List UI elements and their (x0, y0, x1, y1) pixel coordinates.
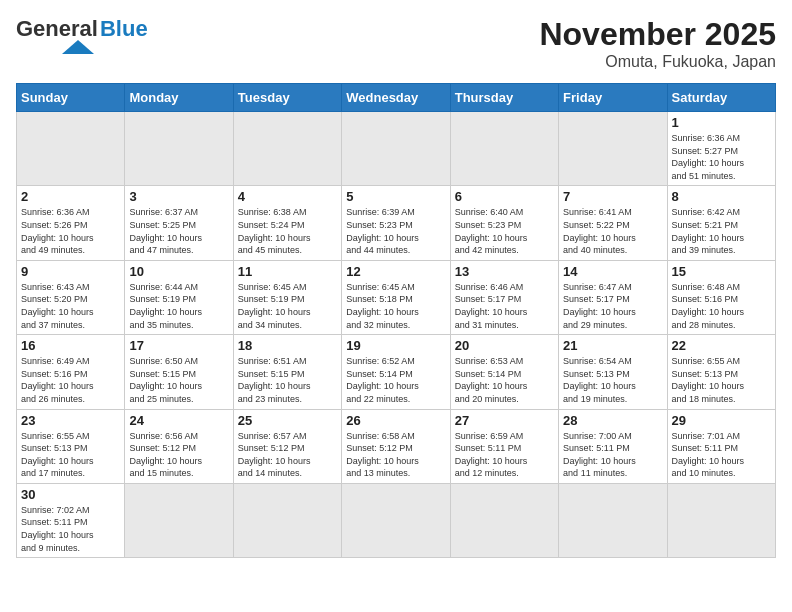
calendar-day: 2Sunrise: 6:36 AM Sunset: 5:26 PM Daylig… (17, 186, 125, 260)
day-number: 10 (129, 264, 228, 279)
title-block: November 2025 Omuta, Fukuoka, Japan (539, 16, 776, 71)
calendar-day: 10Sunrise: 6:44 AM Sunset: 5:19 PM Dayli… (125, 260, 233, 334)
day-info: Sunrise: 6:40 AM Sunset: 5:23 PM Dayligh… (455, 206, 554, 256)
day-number: 26 (346, 413, 445, 428)
day-info: Sunrise: 6:49 AM Sunset: 5:16 PM Dayligh… (21, 355, 120, 405)
day-info: Sunrise: 6:55 AM Sunset: 5:13 PM Dayligh… (672, 355, 771, 405)
day-number: 30 (21, 487, 120, 502)
day-number: 9 (21, 264, 120, 279)
day-header-friday: Friday (559, 84, 667, 112)
calendar-day: 28Sunrise: 7:00 AM Sunset: 5:11 PM Dayli… (559, 409, 667, 483)
day-number: 21 (563, 338, 662, 353)
day-info: Sunrise: 6:55 AM Sunset: 5:13 PM Dayligh… (21, 430, 120, 480)
calendar-day (342, 483, 450, 557)
day-number: 22 (672, 338, 771, 353)
day-number: 17 (129, 338, 228, 353)
calendar-day (667, 483, 775, 557)
calendar-day: 21Sunrise: 6:54 AM Sunset: 5:13 PM Dayli… (559, 335, 667, 409)
day-header-tuesday: Tuesday (233, 84, 341, 112)
page-subtitle: Omuta, Fukuoka, Japan (539, 53, 776, 71)
logo-icon: General Blue (16, 16, 148, 42)
calendar-day: 12Sunrise: 6:45 AM Sunset: 5:18 PM Dayli… (342, 260, 450, 334)
calendar-day: 17Sunrise: 6:50 AM Sunset: 5:15 PM Dayli… (125, 335, 233, 409)
calendar-table: SundayMondayTuesdayWednesdayThursdayFrid… (16, 83, 776, 558)
day-number: 11 (238, 264, 337, 279)
logo-triangle-icon (26, 40, 106, 60)
calendar-day: 25Sunrise: 6:57 AM Sunset: 5:12 PM Dayli… (233, 409, 341, 483)
day-number: 5 (346, 189, 445, 204)
calendar-header: SundayMondayTuesdayWednesdayThursdayFrid… (17, 84, 776, 112)
calendar-day: 1Sunrise: 6:36 AM Sunset: 5:27 PM Daylig… (667, 112, 775, 186)
day-number: 18 (238, 338, 337, 353)
day-info: Sunrise: 6:57 AM Sunset: 5:12 PM Dayligh… (238, 430, 337, 480)
calendar-day: 3Sunrise: 6:37 AM Sunset: 5:25 PM Daylig… (125, 186, 233, 260)
calendar-day: 19Sunrise: 6:52 AM Sunset: 5:14 PM Dayli… (342, 335, 450, 409)
day-number: 23 (21, 413, 120, 428)
calendar-week-2: 2Sunrise: 6:36 AM Sunset: 5:26 PM Daylig… (17, 186, 776, 260)
day-info: Sunrise: 6:41 AM Sunset: 5:22 PM Dayligh… (563, 206, 662, 256)
calendar-day: 15Sunrise: 6:48 AM Sunset: 5:16 PM Dayli… (667, 260, 775, 334)
calendar-day: 14Sunrise: 6:47 AM Sunset: 5:17 PM Dayli… (559, 260, 667, 334)
calendar-day (17, 112, 125, 186)
calendar-day: 26Sunrise: 6:58 AM Sunset: 5:12 PM Dayli… (342, 409, 450, 483)
day-info: Sunrise: 6:36 AM Sunset: 5:27 PM Dayligh… (672, 132, 771, 182)
calendar-day: 29Sunrise: 7:01 AM Sunset: 5:11 PM Dayli… (667, 409, 775, 483)
calendar-day: 11Sunrise: 6:45 AM Sunset: 5:19 PM Dayli… (233, 260, 341, 334)
calendar-day (125, 112, 233, 186)
calendar-day (450, 112, 558, 186)
calendar-day: 24Sunrise: 6:56 AM Sunset: 5:12 PM Dayli… (125, 409, 233, 483)
day-number: 19 (346, 338, 445, 353)
day-info: Sunrise: 6:42 AM Sunset: 5:21 PM Dayligh… (672, 206, 771, 256)
logo-text-blue: Blue (100, 16, 148, 42)
day-header-saturday: Saturday (667, 84, 775, 112)
day-number: 24 (129, 413, 228, 428)
day-info: Sunrise: 7:02 AM Sunset: 5:11 PM Dayligh… (21, 504, 120, 554)
calendar-day: 18Sunrise: 6:51 AM Sunset: 5:15 PM Dayli… (233, 335, 341, 409)
day-info: Sunrise: 6:56 AM Sunset: 5:12 PM Dayligh… (129, 430, 228, 480)
day-number: 4 (238, 189, 337, 204)
calendar-day: 20Sunrise: 6:53 AM Sunset: 5:14 PM Dayli… (450, 335, 558, 409)
calendar-week-6: 30Sunrise: 7:02 AM Sunset: 5:11 PM Dayli… (17, 483, 776, 557)
day-number: 28 (563, 413, 662, 428)
day-info: Sunrise: 6:48 AM Sunset: 5:16 PM Dayligh… (672, 281, 771, 331)
calendar-day (559, 483, 667, 557)
day-info: Sunrise: 6:45 AM Sunset: 5:19 PM Dayligh… (238, 281, 337, 331)
day-info: Sunrise: 6:59 AM Sunset: 5:11 PM Dayligh… (455, 430, 554, 480)
calendar-day (233, 483, 341, 557)
day-number: 7 (563, 189, 662, 204)
day-info: Sunrise: 7:01 AM Sunset: 5:11 PM Dayligh… (672, 430, 771, 480)
day-info: Sunrise: 6:54 AM Sunset: 5:13 PM Dayligh… (563, 355, 662, 405)
day-number: 15 (672, 264, 771, 279)
day-info: Sunrise: 6:37 AM Sunset: 5:25 PM Dayligh… (129, 206, 228, 256)
page-title: November 2025 (539, 16, 776, 53)
day-info: Sunrise: 6:43 AM Sunset: 5:20 PM Dayligh… (21, 281, 120, 331)
day-info: Sunrise: 6:39 AM Sunset: 5:23 PM Dayligh… (346, 206, 445, 256)
calendar-day (233, 112, 341, 186)
day-info: Sunrise: 7:00 AM Sunset: 5:11 PM Dayligh… (563, 430, 662, 480)
day-header-wednesday: Wednesday (342, 84, 450, 112)
day-number: 8 (672, 189, 771, 204)
calendar-day: 6Sunrise: 6:40 AM Sunset: 5:23 PM Daylig… (450, 186, 558, 260)
day-number: 29 (672, 413, 771, 428)
calendar-day: 22Sunrise: 6:55 AM Sunset: 5:13 PM Dayli… (667, 335, 775, 409)
day-info: Sunrise: 6:45 AM Sunset: 5:18 PM Dayligh… (346, 281, 445, 331)
calendar-day: 16Sunrise: 6:49 AM Sunset: 5:16 PM Dayli… (17, 335, 125, 409)
day-header-sunday: Sunday (17, 84, 125, 112)
day-info: Sunrise: 6:47 AM Sunset: 5:17 PM Dayligh… (563, 281, 662, 331)
day-info: Sunrise: 6:53 AM Sunset: 5:14 PM Dayligh… (455, 355, 554, 405)
svg-marker-0 (62, 40, 94, 54)
calendar-day: 4Sunrise: 6:38 AM Sunset: 5:24 PM Daylig… (233, 186, 341, 260)
calendar-week-4: 16Sunrise: 6:49 AM Sunset: 5:16 PM Dayli… (17, 335, 776, 409)
calendar-week-5: 23Sunrise: 6:55 AM Sunset: 5:13 PM Dayli… (17, 409, 776, 483)
day-number: 6 (455, 189, 554, 204)
day-info: Sunrise: 6:52 AM Sunset: 5:14 PM Dayligh… (346, 355, 445, 405)
day-info: Sunrise: 6:38 AM Sunset: 5:24 PM Dayligh… (238, 206, 337, 256)
calendar-day (450, 483, 558, 557)
calendar-day: 30Sunrise: 7:02 AM Sunset: 5:11 PM Dayli… (17, 483, 125, 557)
day-number: 27 (455, 413, 554, 428)
calendar-day (559, 112, 667, 186)
calendar-day: 8Sunrise: 6:42 AM Sunset: 5:21 PM Daylig… (667, 186, 775, 260)
calendar-day: 13Sunrise: 6:46 AM Sunset: 5:17 PM Dayli… (450, 260, 558, 334)
day-info: Sunrise: 6:58 AM Sunset: 5:12 PM Dayligh… (346, 430, 445, 480)
logo-text-general: General (16, 16, 98, 42)
